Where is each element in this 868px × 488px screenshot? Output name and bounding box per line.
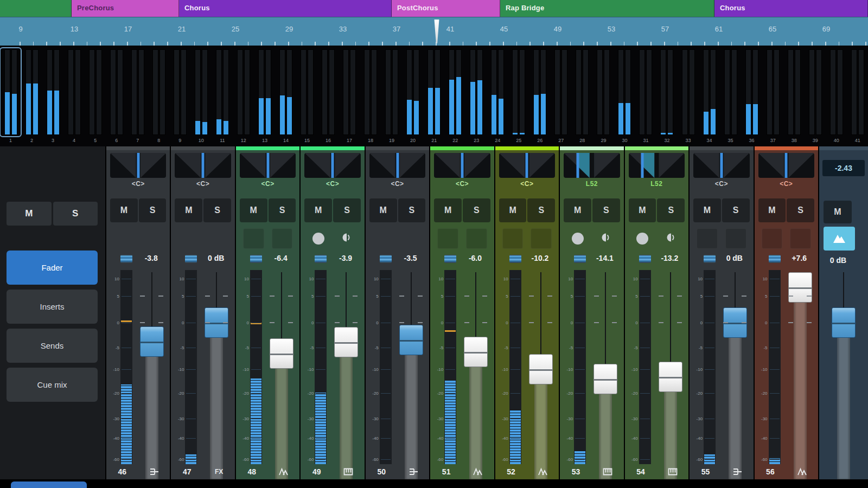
overview-channel[interactable] [254, 48, 275, 137]
monitor-button[interactable] [666, 232, 676, 245]
overview-channel[interactable] [783, 48, 805, 137]
channel-select[interactable]: 52 [495, 464, 559, 479]
pan-control[interactable] [304, 153, 360, 178]
mute-button[interactable]: M [304, 198, 332, 222]
fader[interactable] [719, 270, 751, 464]
overview-channel[interactable] [635, 48, 656, 137]
record-arm-button[interactable] [312, 233, 324, 245]
fader-cap[interactable] [334, 327, 358, 357]
solo-button[interactable]: S [592, 198, 620, 222]
timeline-ruler[interactable]: 9131721252933374145495357616569 [0, 17, 868, 46]
pan-control[interactable] [369, 153, 425, 178]
solo-button[interactable]: S [787, 198, 814, 222]
section-segment[interactable]: Chorus [714, 0, 868, 17]
overview-channel[interactable] [678, 48, 699, 137]
fader-cap[interactable] [464, 337, 488, 367]
solo-button[interactable]: S [333, 198, 361, 222]
overview-channel[interactable] [656, 48, 678, 137]
overview-channel[interactable] [381, 48, 403, 137]
mute-button[interactable]: M [240, 198, 267, 222]
overview-channel[interactable] [487, 48, 508, 137]
fader[interactable] [265, 270, 298, 464]
solo-button[interactable]: S [722, 198, 750, 222]
fader[interactable] [459, 270, 492, 464]
master-fader[interactable] [827, 270, 860, 479]
fader-cap[interactable] [399, 325, 423, 355]
solo-button[interactable]: S [527, 198, 555, 222]
solo-button[interactable]: S [398, 198, 426, 222]
overview-channel[interactable] [106, 48, 127, 137]
pan-control[interactable] [629, 153, 685, 178]
fader-cap[interactable] [140, 326, 164, 357]
channel-select[interactable]: 46 [106, 464, 170, 479]
overview-channel[interactable] [317, 48, 339, 137]
overview-channel[interactable] [508, 48, 529, 137]
mute-button[interactable]: M [693, 198, 721, 222]
fader-cap[interactable] [593, 364, 617, 394]
pan-control[interactable] [110, 153, 166, 178]
section-segment[interactable]: Chorus [179, 0, 392, 17]
channel-select[interactable]: 53 [560, 464, 623, 479]
overview-channel[interactable] [190, 48, 212, 137]
section-segment[interactable]: Rap Bridge [500, 0, 714, 17]
overview-channel[interactable] [741, 48, 762, 137]
overview-channel[interactable] [85, 48, 106, 137]
sidebar-tab-cue-mix[interactable]: Cue mix [7, 368, 98, 402]
pan-control[interactable] [434, 153, 490, 178]
fader[interactable] [589, 270, 622, 464]
fader-cap[interactable] [270, 338, 293, 369]
overview-channel[interactable] [593, 48, 614, 137]
record-arm-button[interactable] [572, 233, 584, 245]
solo-button[interactable]: S [463, 198, 490, 222]
overview-channel[interactable] [847, 48, 868, 137]
master-main-output-button[interactable] [824, 227, 855, 251]
monitor-button[interactable] [601, 232, 611, 245]
sidebar-tab-fader[interactable]: Fader [7, 251, 98, 285]
channel-select[interactable]: 48 [236, 464, 299, 479]
fader[interactable] [784, 270, 816, 464]
fader-cap[interactable] [659, 362, 682, 392]
overview-channel[interactable] [614, 48, 635, 137]
overview-channel[interactable] [551, 48, 572, 137]
overview-channel[interactable] [63, 48, 85, 137]
fader[interactable] [200, 270, 233, 464]
section-segment[interactable]: PreChorus [72, 0, 179, 17]
global-mute-button[interactable]: M [7, 202, 52, 226]
channel-select[interactable]: 56 [755, 464, 818, 479]
overview-channel[interactable] [572, 48, 593, 137]
master-mute-button[interactable]: M [824, 201, 852, 223]
overview-channel[interactable] [127, 48, 148, 137]
global-solo-button[interactable]: S [53, 202, 98, 226]
mute-button[interactable]: M [758, 198, 786, 222]
overview-channel[interactable] [339, 48, 360, 137]
section-segment[interactable]: PostChorus [392, 0, 500, 17]
overview-channel[interactable] [233, 48, 254, 137]
overview-channel[interactable] [360, 48, 381, 137]
pan-control[interactable] [240, 153, 296, 178]
overview-channel[interactable] [42, 48, 63, 137]
channel-select[interactable]: 54 [625, 464, 688, 479]
playhead[interactable] [433, 20, 441, 43]
mute-button[interactable]: M [564, 198, 591, 222]
mute-button[interactable]: M [499, 198, 527, 222]
overview-channel[interactable] [275, 48, 296, 137]
overview-channel[interactable] [762, 48, 783, 137]
mute-button[interactable]: M [175, 198, 202, 222]
channel-select[interactable]: 50 [366, 464, 429, 479]
overview-channel[interactable] [720, 48, 741, 137]
overview-channel[interactable] [148, 48, 169, 137]
overview-channel[interactable] [296, 48, 317, 137]
overview-channel[interactable] [169, 48, 190, 137]
fader[interactable] [136, 270, 168, 464]
sidebar-tab-sends[interactable]: Sends [7, 329, 98, 363]
fader[interactable] [654, 270, 687, 464]
channel-select[interactable]: 49 [301, 464, 364, 479]
solo-button[interactable]: S [203, 198, 231, 222]
fader[interactable] [330, 270, 362, 464]
mute-button[interactable]: M [369, 198, 397, 222]
overview-channel[interactable] [0, 48, 21, 137]
fader-cap[interactable] [529, 354, 553, 384]
mute-button[interactable]: M [434, 198, 462, 222]
master-fader-cap[interactable] [832, 307, 856, 338]
pan-control[interactable] [564, 153, 620, 178]
